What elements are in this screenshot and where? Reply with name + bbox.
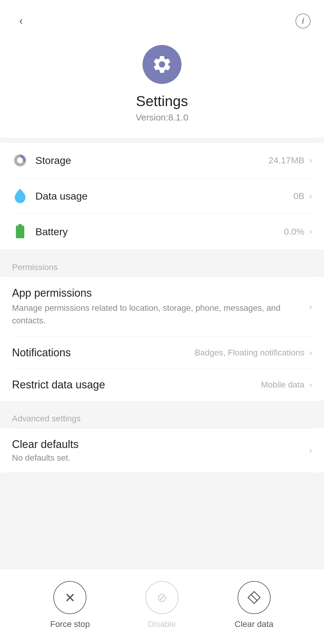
app-permissions-title: App permissions — [12, 287, 312, 299]
clear-data-icon — [247, 590, 262, 605]
data-usage-item[interactable]: Data usage 0B › — [0, 178, 324, 214]
force-stop-button[interactable]: ✕ Force stop — [40, 581, 100, 629]
advanced-section: Clear defaults No defaults set. › — [0, 428, 324, 473]
svg-point-1 — [17, 157, 23, 163]
app-icon — [142, 45, 182, 84]
restrict-data-label: Restrict data usage — [12, 378, 261, 391]
storage-value: 24.17MB — [268, 155, 304, 165]
content-spacer — [0, 477, 324, 569]
settings-gear-icon — [152, 54, 172, 75]
data-usage-label: Data usage — [35, 190, 293, 202]
app-name: Settings — [136, 93, 188, 109]
advanced-label: Advanced settings — [12, 414, 81, 423]
storage-label: Storage — [35, 155, 268, 166]
info-button[interactable]: i — [294, 12, 312, 30]
restrict-data-item[interactable]: Restrict data usage Mobile data › — [0, 369, 324, 401]
force-stop-label: Force stop — [50, 619, 90, 629]
svg-rect-2 — [16, 226, 24, 238]
clear-defaults-desc: No defaults set. — [12, 453, 312, 463]
storage-icon — [12, 152, 28, 168]
info-icon: i — [296, 13, 310, 28]
disable-label: Disable — [148, 619, 176, 629]
permissions-label: Permissions — [12, 263, 58, 272]
notifications-label: Notifications — [12, 346, 195, 359]
clear-defaults-title: Clear defaults — [12, 438, 312, 451]
adv-divider-bottom — [12, 472, 312, 473]
advanced-section-header: Advanced settings — [0, 405, 324, 428]
clear-data-label: Clear data — [235, 619, 273, 629]
restrict-data-chevron: › — [309, 380, 312, 390]
disable-icon: ⊘ — [157, 591, 167, 604]
battery-item[interactable]: Battery 0.0% › — [0, 214, 324, 249]
back-button[interactable]: ‹ — [12, 12, 30, 30]
storage-chevron: › — [309, 156, 312, 165]
top-bar: ‹ i — [0, 0, 324, 36]
battery-icon-container — [12, 224, 28, 240]
back-arrow-icon: ‹ — [19, 15, 23, 27]
notifications-chevron: › — [309, 348, 312, 358]
restrict-data-value: Mobile data — [261, 380, 304, 390]
clear-data-circle — [238, 581, 271, 614]
clear-data-button[interactable]: Clear data — [224, 581, 284, 629]
force-stop-icon: ✕ — [64, 590, 76, 605]
permissions-section-header: Permissions — [0, 254, 324, 277]
app-permissions-item[interactable]: App permissions Manage permissions relat… — [0, 277, 324, 337]
data-usage-icon — [12, 188, 28, 204]
app-permissions-chevron: › — [309, 302, 312, 312]
battery-label: Battery — [35, 226, 284, 238]
data-usage-chevron: › — [309, 191, 312, 201]
bottom-action-bar: ✕ Force stop ⊘ Disable Clear data — [0, 569, 324, 644]
disable-circle: ⊘ — [146, 581, 178, 614]
notifications-item[interactable]: Notifications Badges, Floating notificat… — [0, 337, 324, 369]
app-permissions-desc: Manage permissions related to location, … — [12, 302, 312, 327]
app-header: Settings Version:8.1.0 — [0, 36, 324, 138]
disable-button: ⊘ Disable — [132, 581, 192, 629]
permissions-section: App permissions Manage permissions relat… — [0, 277, 324, 401]
svg-line-5 — [251, 595, 257, 601]
battery-chevron: › — [309, 227, 312, 236]
force-stop-circle: ✕ — [53, 581, 86, 614]
usage-section: Storage 24.17MB › Data usage 0B › — [0, 143, 324, 249]
storage-item[interactable]: Storage 24.17MB › — [0, 143, 324, 178]
svg-rect-3 — [18, 224, 22, 226]
clear-defaults-chevron: › — [309, 446, 312, 455]
data-usage-value: 0B — [293, 191, 304, 201]
battery-value: 0.0% — [284, 227, 304, 237]
app-version: Version:8.1.0 — [136, 112, 188, 123]
notifications-value: Badges, Floating notifications — [195, 348, 304, 358]
clear-defaults-item[interactable]: Clear defaults No defaults set. › — [0, 429, 324, 472]
